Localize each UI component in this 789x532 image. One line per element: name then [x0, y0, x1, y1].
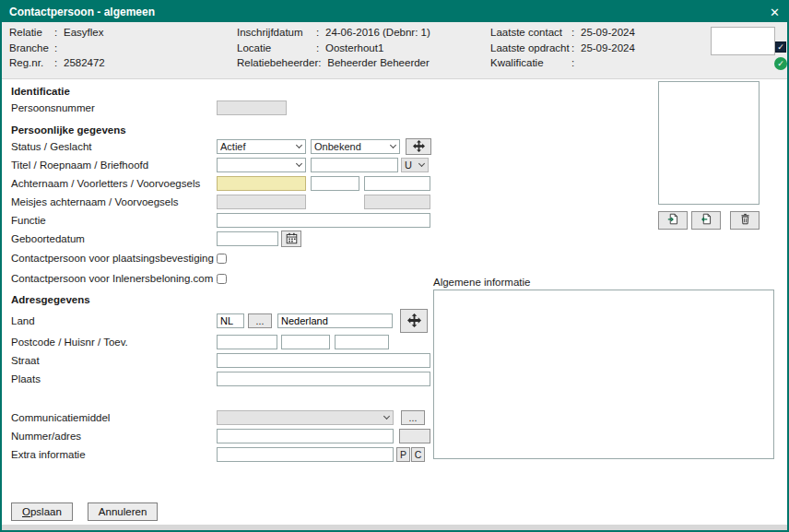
move-icon — [413, 140, 425, 154]
chevron-down-icon — [386, 146, 399, 148]
titel-select[interactable] — [217, 158, 306, 172]
algemene-informatie-label: Algemene informatie — [433, 277, 530, 288]
branche-label: Branche — [9, 42, 54, 53]
inschrijfdatum-label: Inschrijfdatum — [237, 27, 316, 38]
geboortedatum-label: Geboortedatum — [11, 233, 217, 244]
photo-placeholder — [658, 81, 760, 205]
relatiebeheerder-value: Beheerder Beheerder — [327, 57, 430, 68]
laatste-opdracht-value: 25-09-2024 — [581, 42, 635, 53]
check-icon: ✓ — [777, 42, 784, 52]
algemene-informatie-textarea[interactable] — [433, 290, 774, 459]
relatie-label: Relatie — [9, 27, 54, 38]
communicatiemiddel-lookup-button[interactable]: ... — [401, 410, 425, 425]
inlenersbeloning-checkbox[interactable] — [217, 274, 227, 284]
meisjes-voorvoegsels-input — [364, 195, 430, 209]
locatie-value: Oosterhout1 — [325, 42, 383, 53]
header-checkbox-checked[interactable]: ✓ — [775, 41, 786, 53]
postcode-label: Postcode / Huisnr / Toev. — [11, 337, 217, 348]
move-fields-button[interactable] — [406, 138, 431, 155]
functie-label: Functie — [11, 215, 217, 226]
status-geslacht-label: Status / Geslacht — [11, 141, 217, 152]
annuleren-button[interactable]: Annuleren — [88, 502, 158, 521]
photo-thumbnail — [711, 27, 775, 55]
move-icon — [407, 313, 421, 329]
plaatsingsbevestiging-label: Contactpersoon voor plaatsingsbevestigin… — [11, 253, 217, 264]
document-arrow-out-icon — [701, 213, 712, 228]
plaats-input[interactable] — [217, 372, 430, 386]
voorletters-input[interactable] — [311, 176, 359, 191]
titlebar: Contactpersoon - algemeen ✕ — [2, 2, 787, 22]
delete-image-button[interactable] — [730, 211, 760, 230]
contactpersoon-dialog: Contactpersoon - algemeen ✕ Relatie:Easy… — [0, 0, 789, 532]
achternaam-label: Achternaam / Voorletters / Voorvoegsels — [11, 178, 217, 189]
locatie-label: Locatie — [237, 42, 316, 53]
plaatsingsbevestiging-row: Contactpersoon voor plaatsingsbevestigin… — [11, 248, 778, 268]
straat-label: Straat — [11, 355, 217, 366]
calendar-icon — [286, 232, 298, 246]
communicatiemiddel-label: Communicatiemiddel — [11, 412, 217, 423]
document-arrow-in-icon — [667, 213, 679, 228]
persoonsnummer-label: Persoonsnummer — [11, 102, 217, 113]
move-address-button[interactable] — [400, 309, 428, 333]
load-image-button[interactable] — [658, 211, 688, 230]
regnr-label: Reg.nr. — [9, 57, 54, 68]
extra-informatie-input[interactable] — [217, 447, 394, 462]
kwalificatie-label: Kwalificatie — [490, 57, 571, 68]
geboortedatum-input[interactable] — [217, 231, 278, 246]
nummer-adres-extra-button — [399, 429, 430, 443]
header-summary: Relatie:Easyflex Branche: Reg.nr.:258247… — [2, 22, 787, 79]
extra-informatie-label: Extra informatie — [11, 449, 217, 460]
header-column-contact: Laatste contact:25-09-2024 Laatste opdra… — [490, 25, 635, 71]
plaats-label: Plaats — [11, 373, 217, 384]
window-title: Contactpersoon - algemeen — [9, 6, 155, 18]
land-lookup-button[interactable]: ... — [248, 313, 272, 328]
header-column-relatie: Relatie:Easyflex Branche: Reg.nr.:258247… — [9, 25, 105, 71]
straat-input[interactable] — [217, 353, 430, 368]
titel-roepnaam-label: Titel / Roepnaam / Briefhoofd — [11, 160, 217, 171]
functie-input[interactable] — [217, 213, 430, 228]
close-icon[interactable]: ✕ — [770, 6, 780, 18]
photo-toolbar — [658, 211, 760, 230]
land-code-input[interactable] — [217, 313, 244, 328]
calendar-button[interactable] — [281, 231, 301, 247]
p-button[interactable]: P — [396, 447, 410, 462]
footer-buttons: Opslaan Annuleren — [11, 502, 158, 521]
header-column-inschrijving: Inschrijfdatum:24-06-2016 (Debnr: 1) Loc… — [237, 25, 430, 71]
meisjesnaam-label: Meisjes achternaam / Voorvoegsels — [11, 196, 217, 207]
laatste-opdracht-label: Laatste opdracht — [490, 42, 571, 53]
persoonsnummer-input — [217, 100, 287, 115]
trash-icon — [739, 213, 751, 228]
geboortedatum-row: Geboortedatum — [11, 230, 778, 248]
inlenersbeloning-label: Contactpersoon voor Inlenersbeloning.com — [11, 273, 217, 284]
chevron-down-icon — [292, 146, 305, 148]
status-ok-icon: ✓ — [774, 57, 787, 70]
regnr-value: 2582472 — [64, 57, 105, 68]
briefhoofd-select: U — [401, 158, 429, 172]
chevron-down-icon — [292, 164, 305, 166]
check-icon: ✓ — [777, 59, 784, 68]
nummer-adres-input[interactable] — [217, 429, 394, 443]
window-resize-strip — [2, 525, 787, 530]
land-label: Land — [11, 315, 217, 326]
meisjes-achternaam-input — [217, 195, 306, 209]
chevron-down-icon — [380, 417, 393, 419]
geslacht-select[interactable]: Onbekend — [311, 139, 400, 154]
laatste-contact-value: 25-09-2024 — [581, 27, 635, 38]
voorvoegsels-input[interactable] — [364, 176, 430, 191]
opslaan-button[interactable]: Opslaan — [11, 502, 73, 521]
status-select[interactable]: Actief — [217, 139, 306, 154]
inschrijfdatum-value: 24-06-2016 (Debnr: 1) — [325, 27, 430, 38]
form-body: Identificatie Persoonsnummer Persoonlijk… — [2, 79, 787, 527]
chevron-down-icon — [415, 164, 428, 166]
open-image-button[interactable] — [691, 211, 721, 230]
toevoeging-input[interactable] — [335, 335, 389, 349]
c-button[interactable]: C — [411, 447, 425, 462]
roepnaam-input[interactable] — [311, 158, 398, 172]
postcode-input[interactable] — [217, 335, 277, 349]
land-naam-input[interactable] — [277, 313, 393, 328]
inlenersbeloning-row: Contactpersoon voor Inlenersbeloning.com — [11, 268, 778, 289]
achternaam-input[interactable] — [217, 176, 306, 191]
communicatiemiddel-select — [217, 410, 394, 425]
plaatsingsbevestiging-checkbox[interactable] — [217, 254, 227, 264]
huisnr-input[interactable] — [281, 335, 330, 349]
